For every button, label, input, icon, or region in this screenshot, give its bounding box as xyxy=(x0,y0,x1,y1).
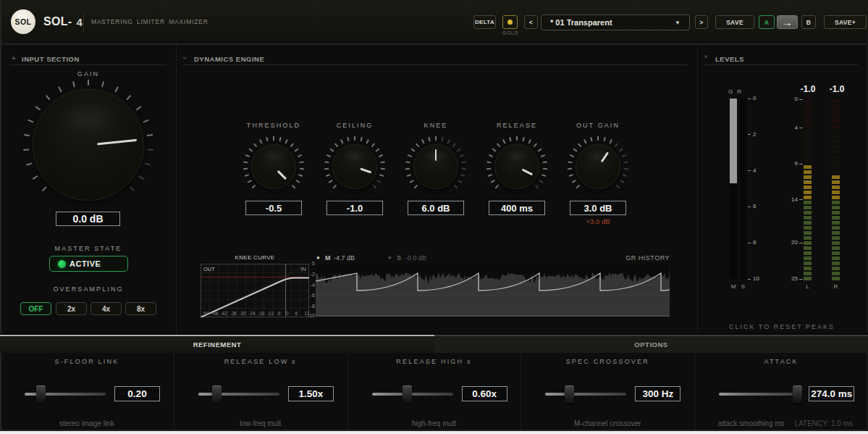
master-state-label: MASTER STATE xyxy=(33,245,144,252)
knob-tick xyxy=(130,186,135,191)
slider-handle-attack[interactable] xyxy=(793,385,802,403)
knob-value-ceiling[interactable]: -1.0 xyxy=(326,201,383,215)
slider-track-release-low-x[interactable] xyxy=(198,393,279,396)
knob-tick xyxy=(522,137,524,141)
knob-value-release[interactable]: 400 ms xyxy=(489,201,545,215)
meter-segment xyxy=(832,216,840,220)
meter-segment xyxy=(832,267,840,270)
meter-segment xyxy=(832,109,840,113)
meter-segment xyxy=(804,211,812,214)
meter-segment xyxy=(804,155,812,159)
meter-segment xyxy=(804,170,812,174)
slider-handle-s-floor-link[interactable] xyxy=(36,385,46,403)
knob-tick xyxy=(300,168,304,170)
gold-button[interactable] xyxy=(502,15,518,29)
meter-segment xyxy=(804,140,812,143)
reset-peaks-label[interactable]: CLICK TO RESET PEAKS xyxy=(709,323,854,330)
knob-tick xyxy=(516,136,518,141)
knob-tick xyxy=(492,149,496,152)
knob-tick xyxy=(88,80,89,85)
knob-tick xyxy=(458,180,462,183)
knob-tick xyxy=(329,180,333,183)
meter-segment xyxy=(804,125,812,128)
gr-scale-value: 4 xyxy=(753,167,756,174)
lr-scale-tick xyxy=(799,279,803,280)
slider-sublabel-row: attack smoothing msLATENCY: 1.0 ms xyxy=(694,420,853,427)
gold-label: GOLD xyxy=(502,30,518,36)
meter-segment xyxy=(832,241,840,245)
slider-value-release-low-x[interactable]: 1.50x xyxy=(288,386,334,401)
meter-segment xyxy=(832,246,840,250)
slider-value-release-high-x[interactable]: 0.60x xyxy=(462,386,507,401)
levels-title: LEVELS xyxy=(715,55,744,63)
peak-value-r[interactable]: -1.0 xyxy=(819,84,854,94)
knob-value-out-gain[interactable]: 3.0 dB xyxy=(570,201,626,215)
knob-tick xyxy=(24,134,30,136)
knob-tick xyxy=(340,139,344,143)
gr-scale-label: 0 xyxy=(304,261,315,266)
gr-meter-label: G R xyxy=(726,88,745,95)
knob-label-ceiling: CEILING xyxy=(314,122,395,129)
s-legend-label[interactable]: S xyxy=(397,254,401,262)
meter-segment xyxy=(832,120,840,123)
s-legend-value: -0.0 dB xyxy=(405,254,426,262)
meter-segment xyxy=(804,216,812,220)
meter-segment xyxy=(832,251,840,255)
oversampling-off-button[interactable]: OFF xyxy=(20,302,51,315)
knob-tick xyxy=(495,185,500,189)
ab-b-button[interactable]: B xyxy=(801,15,816,29)
knob-tick xyxy=(248,149,253,152)
knob-tick xyxy=(457,149,461,152)
preset-next-button[interactable]: > xyxy=(695,15,708,29)
knob-label-out-gain: OUT GAIN xyxy=(557,122,639,129)
preset-prev-button[interactable]: < xyxy=(524,15,538,29)
gain-value[interactable]: 0.0 dB xyxy=(56,212,120,226)
slider-track-release-high-x[interactable] xyxy=(372,393,453,396)
level-meter-r[interactable] xyxy=(832,99,840,279)
slider-value-spec-crossover[interactable]: 300 Hz xyxy=(635,386,681,401)
oversampling-2x-button[interactable]: 2x xyxy=(56,302,87,315)
tab-options[interactable]: OPTIONS xyxy=(434,335,868,353)
delta-button[interactable]: DELTA xyxy=(473,15,496,29)
save-button[interactable]: SAVE xyxy=(715,15,754,29)
knob-tick xyxy=(376,149,380,152)
save-plus-button[interactable]: SAVE+ xyxy=(824,15,867,29)
meter-segment xyxy=(804,160,812,164)
level-meter-l[interactable] xyxy=(804,99,812,279)
gr-scale-value: 6 xyxy=(753,203,756,209)
knob-tick xyxy=(569,174,573,177)
ab-copy-arrow-button[interactable]: → xyxy=(777,15,798,29)
slider-handle-release-high-x[interactable] xyxy=(403,385,412,403)
knee-curve-title: KNEE CURVE xyxy=(201,254,309,261)
master-state-button[interactable]: ACTIVE xyxy=(49,256,128,272)
oversampling-8x-button[interactable]: 8x xyxy=(125,302,156,315)
knob-tick xyxy=(376,180,381,183)
slider-handle-release-low-x[interactable] xyxy=(212,385,222,403)
knob-tick xyxy=(245,154,250,157)
knob-tick xyxy=(576,185,581,189)
tab-refinement[interactable]: REFINEMENT xyxy=(0,335,434,353)
gr-scale-tick xyxy=(748,243,751,243)
knob-tick xyxy=(570,154,574,157)
lr-scale-value: 9 xyxy=(786,160,798,167)
slider-track-spec-crossover[interactable] xyxy=(545,393,626,396)
meter-segment xyxy=(832,221,840,225)
oversampling-4x-button[interactable]: 4x xyxy=(90,302,122,315)
ab-a-button[interactable]: A xyxy=(759,15,775,29)
slider-track-attack[interactable] xyxy=(719,393,800,396)
knob-tick xyxy=(373,185,377,189)
knob-tick xyxy=(379,174,384,177)
slider-value-attack[interactable]: 274.0 ms xyxy=(809,386,854,401)
knob-tick xyxy=(410,149,415,152)
knob-tick xyxy=(534,143,537,147)
meter-segment xyxy=(832,262,840,265)
meter-segment xyxy=(832,150,840,154)
slider-value-s-floor-link[interactable]: 0.20 xyxy=(114,386,160,401)
svg-text:OUT: OUT xyxy=(203,266,215,272)
m-legend-label[interactable]: M xyxy=(325,254,331,262)
knob-tick xyxy=(486,161,491,163)
preset-selector[interactable]: * 01 Transparent▼ xyxy=(541,14,690,30)
knob-value-threshold[interactable]: -0.5 xyxy=(245,201,302,215)
knob-value-knee[interactable]: 6.0 dB xyxy=(408,201,464,215)
slider-handle-spec-crossover[interactable] xyxy=(565,385,574,403)
